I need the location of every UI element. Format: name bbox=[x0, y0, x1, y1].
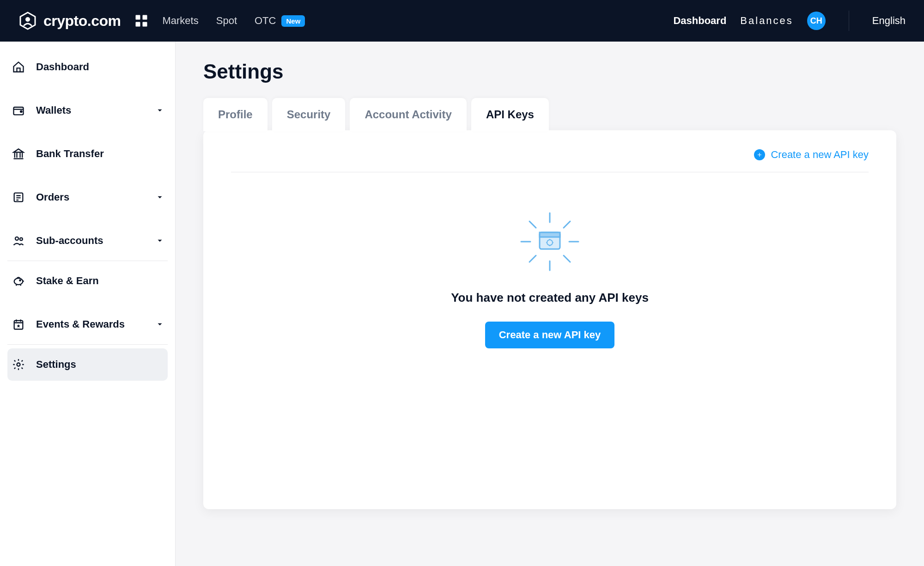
new-badge: New bbox=[281, 15, 305, 27]
svg-point-10 bbox=[20, 238, 23, 241]
top-navigation: Markets Spot OTC New bbox=[162, 15, 305, 27]
plus-circle-icon bbox=[754, 149, 765, 160]
list-icon bbox=[11, 190, 26, 205]
svg-line-20 bbox=[564, 256, 570, 262]
sidebar-item-sub-accounts[interactable]: Sub-accounts bbox=[7, 225, 168, 257]
svg-line-22 bbox=[529, 256, 536, 262]
brand[interactable]: crypto.com bbox=[18, 12, 121, 30]
chevron-down-icon bbox=[156, 320, 164, 329]
svg-point-7 bbox=[20, 111, 22, 113]
brand-name: crypto.com bbox=[43, 12, 121, 30]
create-api-key-link[interactable]: Create a new API key bbox=[754, 149, 869, 161]
calendar-star-icon bbox=[11, 317, 26, 332]
chevron-down-icon bbox=[156, 106, 164, 115]
home-icon bbox=[11, 60, 26, 74]
nav-balances[interactable]: Balances bbox=[740, 15, 793, 27]
tab-api-keys[interactable]: API Keys bbox=[471, 98, 549, 131]
sidebar-item-stake-earn[interactable]: Stake & Earn bbox=[7, 265, 168, 297]
sidebar-item-dashboard[interactable]: Dashboard bbox=[7, 51, 168, 83]
api-keys-panel: Create a new API key bbox=[203, 130, 896, 509]
sidebar-item-label: Orders bbox=[36, 191, 69, 203]
wallet-icon bbox=[11, 103, 26, 118]
sidebar-item-bank-transfer[interactable]: Bank Transfer bbox=[7, 138, 168, 170]
api-key-illustration-icon bbox=[517, 209, 582, 274]
topbar: crypto.com Markets Spot OTC New Dashboar… bbox=[0, 0, 924, 42]
nav-markets[interactable]: Markets bbox=[162, 15, 198, 27]
panel-header-row: Create a new API key bbox=[231, 149, 869, 172]
nav-spot[interactable]: Spot bbox=[216, 15, 237, 27]
gear-icon bbox=[11, 357, 26, 372]
sidebar-divider bbox=[7, 261, 168, 261]
svg-point-9 bbox=[15, 237, 18, 240]
svg-rect-4 bbox=[136, 22, 140, 27]
piggy-bank-icon bbox=[11, 274, 26, 288]
users-icon bbox=[11, 233, 26, 248]
sidebar-item-label: Bank Transfer bbox=[36, 148, 104, 160]
sidebar-item-label: Stake & Earn bbox=[36, 275, 99, 287]
chevron-down-icon bbox=[156, 237, 164, 245]
chevron-down-icon bbox=[156, 193, 164, 201]
create-api-key-button[interactable]: Create a new API key bbox=[485, 322, 615, 348]
sidebar-item-settings[interactable]: Settings bbox=[7, 348, 168, 381]
sidebar-item-label: Settings bbox=[36, 359, 76, 371]
create-api-key-link-label: Create a new API key bbox=[771, 149, 869, 161]
sidebar: Dashboard Wallets Bank Transfer Orders bbox=[0, 42, 176, 566]
brand-logo-icon bbox=[18, 12, 37, 30]
svg-rect-2 bbox=[136, 15, 140, 20]
svg-point-14 bbox=[17, 363, 20, 366]
sidebar-item-events-rewards[interactable]: Events & Rewards bbox=[7, 308, 168, 341]
svg-line-19 bbox=[529, 221, 536, 228]
sidebar-item-label: Sub-accounts bbox=[36, 235, 103, 247]
vertical-separator bbox=[849, 11, 849, 31]
nav-dashboard[interactable]: Dashboard bbox=[673, 15, 726, 27]
empty-state: You have not created any API keys Create… bbox=[231, 209, 869, 348]
tab-profile[interactable]: Profile bbox=[203, 98, 267, 131]
sidebar-divider bbox=[7, 344, 168, 345]
svg-rect-3 bbox=[143, 15, 147, 20]
bank-icon bbox=[11, 146, 26, 161]
page-title: Settings bbox=[203, 60, 896, 83]
svg-point-12 bbox=[19, 280, 20, 281]
nav-otc[interactable]: OTC New bbox=[255, 15, 305, 27]
sidebar-item-label: Dashboard bbox=[36, 61, 89, 73]
apps-grid-icon[interactable] bbox=[134, 14, 148, 28]
sidebar-item-wallets[interactable]: Wallets bbox=[7, 94, 168, 127]
sidebar-item-label: Events & Rewards bbox=[36, 318, 125, 330]
language-selector[interactable]: English bbox=[872, 15, 906, 27]
tab-account-activity[interactable]: Account Activity bbox=[350, 98, 466, 131]
svg-point-1 bbox=[25, 17, 30, 22]
nav-otc-label: OTC bbox=[255, 15, 276, 27]
sidebar-item-orders[interactable]: Orders bbox=[7, 181, 168, 213]
tab-security[interactable]: Security bbox=[272, 98, 346, 131]
svg-rect-24 bbox=[540, 232, 560, 237]
svg-line-21 bbox=[564, 221, 570, 228]
settings-tabs: Profile Security Account Activity API Ke… bbox=[203, 98, 896, 131]
sidebar-item-label: Wallets bbox=[36, 104, 71, 116]
svg-point-11 bbox=[14, 278, 23, 285]
main-content: Settings Profile Security Account Activi… bbox=[176, 42, 924, 566]
avatar[interactable]: CH bbox=[807, 12, 826, 30]
empty-state-heading: You have not created any API keys bbox=[451, 291, 649, 305]
topbar-right: Dashboard Balances CH English bbox=[673, 11, 906, 31]
svg-rect-5 bbox=[143, 22, 147, 27]
